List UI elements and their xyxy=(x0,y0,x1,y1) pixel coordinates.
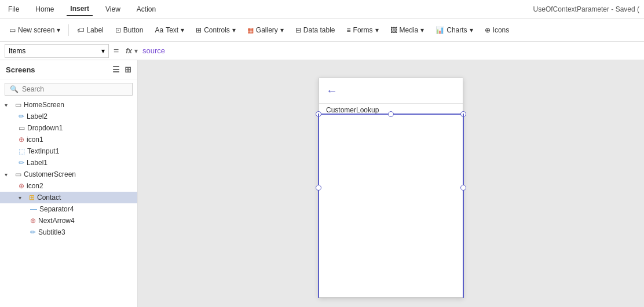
menubar: File Home Insert View Action UseOfContex… xyxy=(0,0,644,19)
label2-icon: ✏ xyxy=(19,159,24,167)
charts-btn-label: Charts xyxy=(447,26,467,34)
new-screen-button[interactable]: ▭ New screen ▾ xyxy=(5,24,65,36)
forms-icon: ≡ xyxy=(347,26,351,34)
grid-view-icon[interactable]: ⊞ xyxy=(125,65,131,74)
sidebar-title: Screens xyxy=(6,65,35,74)
gallery-icon: ▦ xyxy=(247,26,254,34)
data-table-button[interactable]: ⊟ Data table xyxy=(291,24,340,36)
property-selector[interactable]: Items ▾ xyxy=(5,44,109,58)
new-screen-label: New screen xyxy=(18,26,54,34)
formula-input[interactable] xyxy=(142,46,639,55)
tree-item-label: Subtitle3 xyxy=(38,228,65,236)
menu-insert[interactable]: Insert xyxy=(67,2,93,16)
charts-icon: 📊 xyxy=(436,26,444,34)
tree-item-CustomerScreen[interactable]: ▾ ▭ CustomerScreen xyxy=(0,169,137,180)
icon2-icon: ⊕ xyxy=(19,182,24,190)
fx-chevron: ▾ xyxy=(134,47,138,55)
controls-icon: ⊞ xyxy=(196,26,202,34)
icons-button[interactable]: ⊕ Icons xyxy=(480,24,514,36)
list-view-icon[interactable]: ☰ xyxy=(112,65,120,74)
menu-view[interactable]: View xyxy=(102,3,124,16)
tree-item-label: CustomerScreen xyxy=(24,170,76,178)
tree-item-icon1[interactable]: ⊕ icon1 xyxy=(0,134,137,145)
tree-item-Label1[interactable]: ✏ Label1 xyxy=(0,157,137,169)
tree-item-label: icon2 xyxy=(27,182,43,190)
text-btn-label: Text xyxy=(166,26,178,34)
search-box[interactable]: 🔍 xyxy=(5,83,133,96)
toolbar: ▭ New screen ▾ 🏷 Label ⊡ Button Aa Text … xyxy=(0,19,644,42)
tree-item-Label2[interactable]: ✏ Label2 xyxy=(0,111,137,122)
text-button[interactable]: Aa Text ▾ xyxy=(150,24,189,36)
fx-icon: fx xyxy=(126,47,132,55)
fx-indicator: fx ▾ xyxy=(126,47,138,55)
phone-frame: ← CustomerLookup xyxy=(319,78,463,298)
chevron-down-icon: ▾ xyxy=(5,102,12,108)
formulabar: Items ▾ = fx ▾ xyxy=(0,42,644,60)
menu-home[interactable]: Home xyxy=(32,3,57,16)
icon-ctrl-icon: ⊕ xyxy=(19,136,24,144)
handle-top-left[interactable] xyxy=(316,111,321,117)
forms-button[interactable]: ≡ Forms ▾ xyxy=(342,24,383,36)
handle-top-center[interactable] xyxy=(388,111,394,117)
charts-button[interactable]: 📊 Charts ▾ xyxy=(431,24,477,36)
handle-top-right[interactable] xyxy=(460,111,466,117)
media-btn-label: Media xyxy=(400,26,419,34)
tree-item-NextArrow4[interactable]: ⊕ NextArrow4 xyxy=(0,215,137,226)
tree-item-HomeScreen[interactable]: ▾ ▭ HomeScreen xyxy=(0,99,137,111)
tree-item-icon2[interactable]: ⊕ icon2 xyxy=(0,180,137,192)
media-chevron: ▾ xyxy=(420,26,424,34)
separator-icon: — xyxy=(30,205,37,213)
tree-item-label: Dropdown1 xyxy=(27,124,63,132)
tree-item-TextInput1[interactable]: ⬚ TextInput1 xyxy=(0,145,137,157)
gallery-btn-label: Gallery xyxy=(256,26,278,34)
label-icon: ✏ xyxy=(19,112,24,120)
gallery-button[interactable]: ▦ Gallery ▾ xyxy=(243,24,288,36)
handle-mid-left[interactable] xyxy=(316,185,321,191)
new-screen-icon: ▭ xyxy=(9,26,16,34)
phone-wrapper: ← CustomerLookup xyxy=(319,78,463,298)
media-button[interactable]: 🖼 Media ▾ xyxy=(386,24,429,36)
tree-item-label: HomeScreen xyxy=(24,101,64,109)
text-chevron: ▾ xyxy=(181,26,184,34)
phone-gallery xyxy=(319,115,463,289)
charts-chevron: ▾ xyxy=(470,26,473,34)
chevron-down-icon: ▾ xyxy=(19,195,25,201)
sidebar: Screens ☰ ⊞ 🔍 ▾ ▭ HomeScreen ✏ Label2 xyxy=(0,60,138,307)
icons-icon: ⊕ xyxy=(485,26,491,34)
sidebar-header: Screens ☰ ⊞ xyxy=(0,60,137,79)
controls-btn-label: Controls xyxy=(204,26,230,34)
search-input[interactable] xyxy=(22,85,127,93)
equals-sign: = xyxy=(114,46,119,56)
main-area: Screens ☰ ⊞ 🔍 ▾ ▭ HomeScreen ✏ Label2 xyxy=(0,60,644,307)
menu-file[interactable]: File xyxy=(5,3,23,16)
text-icon: Aa xyxy=(155,26,163,34)
data-table-icon: ⊟ xyxy=(295,26,301,34)
controls-chevron: ▾ xyxy=(232,26,236,34)
tree-item-label: Contact xyxy=(37,193,61,202)
media-icon: 🖼 xyxy=(390,26,397,34)
tree-item-Dropdown1[interactable]: ▭ Dropdown1 xyxy=(0,122,137,134)
canvas-area[interactable]: ← CustomerLookup xyxy=(138,60,644,307)
menu-action[interactable]: Action xyxy=(133,3,159,16)
label-button[interactable]: 🏷 Label xyxy=(72,24,108,36)
button-btn-label: Button xyxy=(123,26,144,34)
subtitle-icon: ✏ xyxy=(30,228,36,236)
back-button[interactable]: ← xyxy=(326,84,338,97)
forms-chevron: ▾ xyxy=(375,26,379,34)
tree-item-Contact[interactable]: ▾ ⊞ Contact xyxy=(0,192,137,203)
tree-item-Subtitle3[interactable]: ✏ Subtitle3 xyxy=(0,226,137,238)
tree-item-Separator4[interactable]: — Separator4 xyxy=(0,203,137,215)
tree: ▾ ▭ HomeScreen ✏ Label2 ▭ Dropdown1 ⊕ ic… xyxy=(0,99,137,307)
dropdown-icon: ▭ xyxy=(19,124,25,132)
controls-button[interactable]: ⊞ Controls ▾ xyxy=(191,24,240,36)
gallery-contact-icon: ⊞ xyxy=(29,193,35,202)
button-button[interactable]: ⊡ Button xyxy=(111,24,148,36)
handle-mid-right[interactable] xyxy=(460,185,466,191)
nextarrow-icon: ⊕ xyxy=(30,217,36,225)
tree-item-label: Label2 xyxy=(27,112,47,120)
phone-header: ← xyxy=(319,78,463,104)
button-icon: ⊡ xyxy=(115,26,121,34)
property-selector-label: Items xyxy=(9,47,25,55)
label-btn-label: Label xyxy=(86,26,103,34)
screen-icon: ▭ xyxy=(15,101,21,109)
